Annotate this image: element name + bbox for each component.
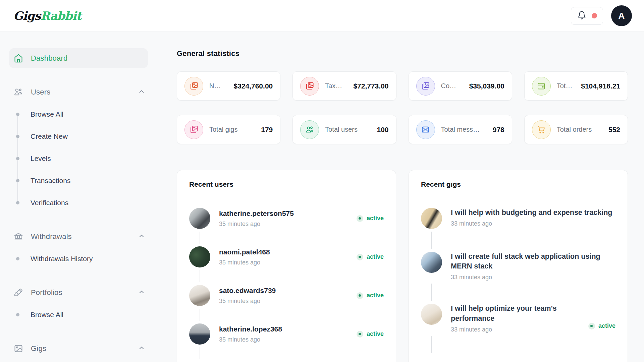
brand-logo: GigsRabbit: [13, 9, 81, 22]
images-icon: [416, 77, 435, 96]
avatar: [189, 323, 210, 345]
sidebar-item-users-verifications[interactable]: Verifications: [9, 198, 148, 208]
gig-title: I will create full stack web application…: [451, 252, 615, 271]
bullet-icon: [16, 201, 19, 204]
sidebar-subitem-label: Withdrawals History: [31, 255, 93, 263]
status-dot-icon: [357, 292, 363, 299]
timeline-connector: [431, 232, 432, 249]
users-icon: [13, 87, 23, 97]
stat-card-label: Co…: [441, 82, 465, 90]
stat-card-total-gigs: Total gigs 179: [177, 115, 280, 144]
sidebar-sublist-withdrawals: Withdrawals History: [9, 254, 148, 264]
app-header: GigsRabbit A: [0, 0, 644, 32]
sidebar-section-label: Gigs: [31, 344, 138, 353]
images-icon: [300, 77, 319, 96]
timeline-connector: [200, 347, 200, 359]
status-dot-icon: [357, 215, 363, 222]
sidebar-section-gigs-toggle[interactable]: Gigs: [9, 343, 148, 355]
sidebar-section-label: Users: [31, 88, 138, 97]
gig-list-item[interactable]: I will create full stack web application…: [421, 252, 615, 281]
stat-card-net: N… $324,760.00: [177, 71, 280, 101]
stat-card-total-orders: Total orders 552: [524, 115, 628, 144]
sidebar-item-portfolios-browse-all[interactable]: Browse All: [9, 310, 148, 320]
stat-card-total-messages: Total mess… 978: [409, 115, 512, 144]
sidebar-subitem-label: Browse All: [31, 110, 63, 118]
page-title: General statistics: [177, 49, 628, 58]
notifications-button[interactable]: [571, 7, 603, 25]
avatar: [189, 285, 210, 306]
sidebar-item-users-levels[interactable]: Levels: [9, 154, 148, 164]
user-name: sato.edwards739: [219, 287, 357, 295]
status-dot-icon: [588, 323, 595, 329]
user-time: 35 minutes ago: [219, 298, 357, 305]
chevron-up-icon[interactable]: [138, 88, 145, 97]
stat-card-value: $104,918.21: [581, 82, 620, 90]
panel-title: Recent gigs: [421, 180, 615, 188]
user-avatar-button[interactable]: A: [611, 5, 632, 26]
gig-time: 33 minutes ago: [451, 220, 615, 227]
bullet-icon: [16, 113, 19, 116]
stat-card-tax: Tax… $72,773.00: [292, 71, 396, 101]
unread-indicator-dot: [592, 13, 597, 18]
chevron-up-icon[interactable]: [138, 288, 145, 297]
timeline-connector: [200, 270, 200, 282]
stat-card-commission: Co… $35,039.00: [409, 71, 512, 101]
chevron-up-icon[interactable]: [138, 344, 145, 353]
avatar: [189, 246, 210, 267]
status-label: active: [367, 330, 384, 338]
bullet-icon: [16, 179, 19, 182]
gig-thumbnail: [421, 208, 442, 229]
envelope-icon: [416, 120, 435, 139]
stat-card-value: $35,039.00: [469, 82, 504, 90]
stat-card-value: 100: [377, 126, 388, 134]
stat-card-total-revenue: Tot… $104,918.21: [524, 71, 628, 101]
bullet-icon: [16, 157, 19, 160]
status-label: active: [367, 253, 384, 260]
sidebar-subitem-label: Browse All: [31, 311, 63, 319]
sidebar-item-withdrawals-history[interactable]: Withdrawals History: [9, 254, 148, 264]
stat-card-label: Total gigs: [209, 126, 256, 133]
timeline-connector: [431, 336, 432, 353]
panel-title: Recent users: [189, 180, 384, 188]
stat-card-value: $324,760.00: [233, 82, 273, 90]
main-content: General statistics N… $324,760.00 Tax… $…: [153, 32, 644, 362]
images-icon: [184, 77, 203, 96]
sidebar-section-users-toggle[interactable]: Users: [9, 86, 148, 98]
sidebar-item-users-transactions[interactable]: Transactions: [9, 176, 148, 186]
image-icon: [13, 344, 23, 353]
user-name: naomi.patel468: [219, 248, 357, 256]
recent-users-list: katherine.peterson575 35 minutes ago act…: [189, 208, 384, 359]
sidebar-section-portfolios-toggle[interactable]: Portfolios: [9, 287, 148, 299]
user-list-item[interactable]: katherine.peterson575 35 minutes ago act…: [189, 208, 384, 229]
user-list-item[interactable]: katherine.lopez368 35 minutes ago active: [189, 323, 384, 345]
user-list-item[interactable]: sato.edwards739 35 minutes ago active: [189, 285, 384, 306]
timeline-connector: [431, 284, 432, 301]
sidebar-item-users-create-new[interactable]: Create New: [9, 131, 148, 141]
user-list-item[interactable]: naomi.patel468 35 minutes ago active: [189, 246, 384, 267]
images-icon: [184, 120, 203, 139]
sidebar-item-users-browse-all[interactable]: Browse All: [9, 109, 148, 119]
user-time: 35 minutes ago: [219, 336, 357, 343]
user-name: katherine.lopez368: [219, 325, 357, 333]
chevron-up-icon[interactable]: [138, 232, 145, 241]
gig-title: I will help optimize your team's perform…: [451, 304, 588, 323]
gig-list-item[interactable]: I will help optimize your team's perform…: [421, 304, 615, 333]
status-badge: active: [357, 253, 384, 260]
gig-time: 33 minutes ago: [451, 274, 615, 281]
gig-list-item[interactable]: I will help with budgeting and expense t…: [421, 208, 615, 229]
avatar: [189, 208, 210, 229]
sidebar-section-gigs: Gigs: [9, 343, 148, 355]
stat-card-label: Tax…: [325, 82, 348, 90]
recent-users-panel: Recent users katherine.peterson575 35 mi…: [177, 170, 396, 362]
bullet-icon: [16, 257, 19, 260]
recent-gigs-panel: Recent gigs I will help with budgeting a…: [409, 170, 628, 362]
sidebar-item-dashboard[interactable]: Dashboard: [9, 48, 148, 68]
user-time: 35 minutes ago: [219, 259, 357, 266]
sidebar-section-withdrawals-toggle[interactable]: Withdrawals: [9, 231, 148, 243]
gig-title: I will help with budgeting and expense t…: [451, 208, 615, 218]
sidebar-section-portfolios: Portfolios Browse All: [9, 287, 148, 320]
sidebar-section-withdrawals: Withdrawals Withdrawals History: [9, 231, 148, 264]
sidebar-sublist-users: Browse All Create New Levels Transaction…: [9, 109, 148, 208]
stat-card-value: $72,773.00: [353, 82, 388, 90]
users-icon: [300, 120, 319, 139]
